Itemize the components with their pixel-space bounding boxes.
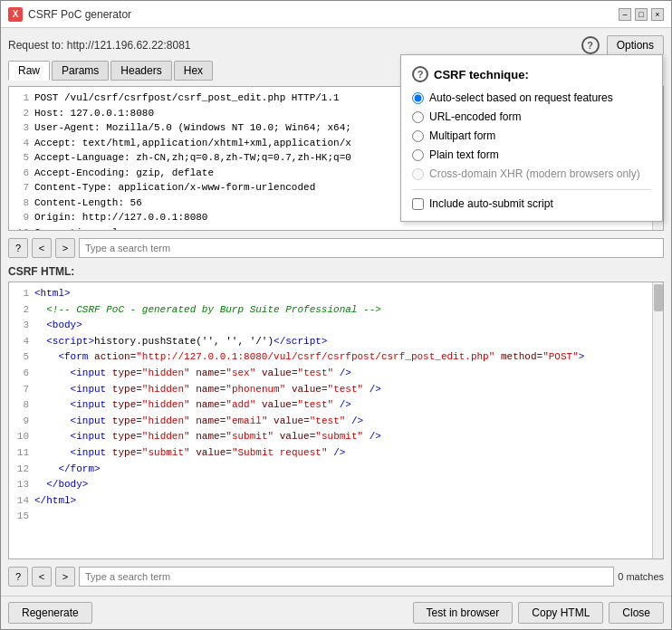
tab-headers[interactable]: Headers xyxy=(110,61,171,81)
app-icon: X xyxy=(8,7,23,22)
radio-multipart[interactable]: Multipart form xyxy=(412,129,651,142)
copy-html-button[interactable]: Copy HTML xyxy=(518,602,603,624)
radio-cross-domain[interactable]: Cross-domain XHR (modern browsers only) xyxy=(412,167,651,180)
title-bar: X CSRF PoC generator – □ × xyxy=(1,1,671,28)
csrf-technique-radio-group: Auto-select based on request features UR… xyxy=(412,91,651,180)
request-header-row: Request to: http://121.196.62.22:8081 ? … xyxy=(8,35,664,55)
html-panel: 1<html> 2 <!-- CSRF PoC - generated by B… xyxy=(8,282,664,559)
title-bar-left: X CSRF PoC generator xyxy=(8,7,131,22)
radio-url-encoded[interactable]: URL-encoded form xyxy=(412,110,651,123)
prev-button[interactable]: < xyxy=(32,238,52,258)
test-in-browser-button[interactable]: Test in browser xyxy=(413,602,514,624)
close-window-button[interactable]: × xyxy=(651,8,664,21)
window-title: CSRF PoC generator xyxy=(28,8,131,21)
next-button[interactable]: > xyxy=(55,238,75,258)
dropdown-help-icon: ? xyxy=(412,66,428,82)
close-button[interactable]: Close xyxy=(609,602,664,624)
bottom-search-input[interactable] xyxy=(79,567,614,587)
bottom-help-button[interactable]: ? xyxy=(8,567,28,587)
header-right: ? Options xyxy=(581,35,664,55)
regenerate-button[interactable]: Regenerate xyxy=(8,602,92,624)
help-small-button[interactable]: ? xyxy=(8,238,28,258)
options-button[interactable]: Options xyxy=(607,35,664,55)
main-window: X CSRF PoC generator – □ × Request to: h… xyxy=(0,0,672,630)
request-url-value: http://121.196.62.22:8081 xyxy=(67,39,191,52)
csrf-html-label: CSRF HTML: xyxy=(8,265,664,278)
footer-left: Regenerate xyxy=(8,602,92,624)
dropdown-title: ? CSRF technique: xyxy=(412,66,651,82)
radio-plain-text[interactable]: Plain text form xyxy=(412,148,651,161)
matches-label: 0 matches xyxy=(618,571,664,582)
html-code-area: 1<html> 2 <!-- CSRF PoC - generated by B… xyxy=(9,282,663,558)
window-controls: – □ × xyxy=(619,8,664,21)
radio-auto-select[interactable]: Auto-select based on request features xyxy=(412,91,651,104)
html-scrollbar-thumb xyxy=(654,284,663,311)
separator xyxy=(412,189,651,190)
html-scrollbar[interactable] xyxy=(652,282,663,558)
bottom-prev-button[interactable]: < xyxy=(32,567,52,587)
footer-bar: Regenerate Test in browser Copy HTML Clo… xyxy=(1,596,671,629)
tab-raw[interactable]: Raw xyxy=(8,61,50,81)
request-url-label: Request to: http://121.196.62.22:8081 xyxy=(8,39,191,52)
help-button[interactable]: ? xyxy=(581,36,600,54)
minimize-button[interactable]: – xyxy=(619,8,631,21)
top-search-bar: ? < > xyxy=(8,236,664,260)
footer-right: Test in browser Copy HTML Close xyxy=(413,602,664,624)
top-search-input[interactable] xyxy=(79,238,664,258)
bottom-next-button[interactable]: > xyxy=(55,567,75,587)
maximize-button[interactable]: □ xyxy=(635,8,648,21)
include-script-checkbox[interactable]: Include auto-submit script xyxy=(412,197,651,210)
tab-hex[interactable]: Hex xyxy=(174,61,213,81)
dropdown-panel: ? CSRF technique: Auto-select based on r… xyxy=(400,54,663,222)
csrf-section: CSRF HTML: 1<html> 2 <!-- CSRF PoC - gen… xyxy=(8,265,664,559)
tab-params[interactable]: Params xyxy=(52,61,109,81)
bottom-search-bar: ? < > 0 matches xyxy=(8,565,664,588)
